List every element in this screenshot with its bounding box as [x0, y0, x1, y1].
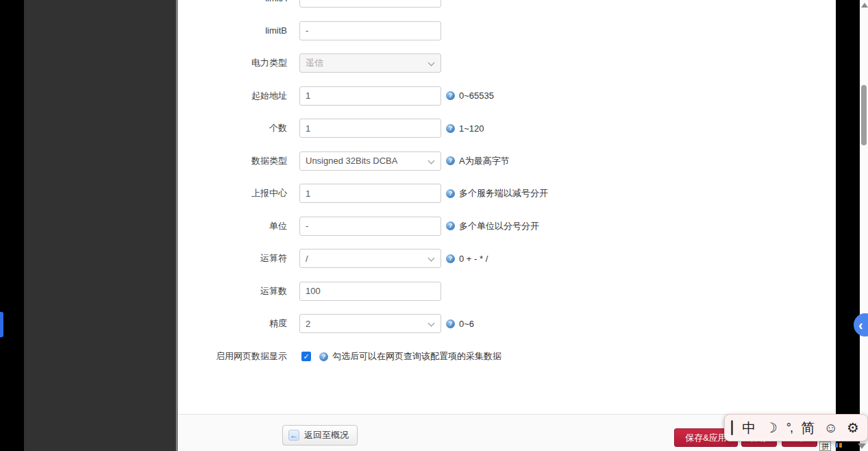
back-to-overview-button[interactable]: ← 返回至概况: [282, 425, 358, 446]
start-address-hint: 0~65535: [459, 90, 494, 101]
power-type-select[interactable]: 遥信: [299, 53, 441, 73]
count-input[interactable]: [299, 119, 441, 138]
field-limit-a: limitA: [177, 0, 836, 8]
scrollbar-thumb[interactable]: [861, 85, 867, 145]
data-type-select[interactable]: Unsigned 32Bits DCBA: [299, 151, 441, 171]
operand-input[interactable]: [299, 282, 441, 301]
help-icon[interactable]: ?: [319, 352, 328, 361]
count-hint: 1~120: [459, 123, 484, 134]
operator-hint: 0 + - * /: [459, 254, 488, 264]
right-black-strip: [836, 0, 860, 451]
half-full-moon-icon[interactable]: ☽: [765, 421, 778, 435]
settings-gear-icon[interactable]: ⚙: [847, 421, 859, 435]
field-precision: 精度 2 ? 0~6: [177, 314, 836, 333]
scrollbar-down-arrow-icon[interactable]: [858, 443, 866, 449]
data-type-value: Unsigned 32Bits DCBA: [306, 156, 397, 166]
config-form: limitA limitB 电力类型 遥信 起始地址 ? 0~65535 个数 …: [177, 0, 836, 362]
operator-select[interactable]: /: [299, 249, 441, 268]
field-report-center: 上报中心 ? 多个服务端以减号分开: [177, 184, 836, 203]
field-limit-b: limitB: [177, 21, 836, 40]
chevron-left-icon: ‹: [858, 317, 863, 333]
back-arrow-icon: ←: [288, 430, 299, 441]
help-icon[interactable]: ?: [446, 124, 455, 133]
field-operand: 运算数: [177, 282, 836, 301]
operator-label: 运算符: [177, 252, 287, 265]
report-center-input[interactable]: [299, 184, 441, 203]
power-type-label: 电力类型: [177, 57, 287, 69]
unit-hint: 多个单位以分号分开: [459, 220, 539, 232]
data-type-hint: A为最高字节: [459, 155, 510, 167]
field-start-address: 起始地址 ? 0~65535: [177, 86, 836, 106]
simplified-chinese-icon[interactable]: 简: [801, 421, 815, 435]
scrollbar-track[interactable]: [860, 0, 868, 451]
field-enable-web-display: 启用网页数据显示 ✓ ? 勾选后可以在网页查询该配置项的采集数据: [177, 351, 836, 362]
field-unit: 单位 ? 多个单位以分号分开: [177, 217, 836, 236]
start-address-input[interactable]: [299, 86, 441, 106]
chevron-down-icon: [428, 157, 435, 164]
unit-label: 单位: [177, 220, 287, 232]
ime-drag-handle[interactable]: [731, 420, 733, 435]
emoji-icon[interactable]: ☺: [823, 421, 837, 435]
enable-web-display-hint: 勾选后可以在网页查询该配置项的采集数据: [332, 350, 501, 363]
checkmark-icon: ✓: [303, 352, 309, 361]
data-type-label: 数据类型: [177, 155, 287, 167]
limit-a-label: limitA: [177, 0, 287, 3]
report-center-hint: 多个服务端以减号分开: [459, 187, 548, 199]
help-icon[interactable]: ?: [446, 254, 455, 263]
chevron-down-icon: [428, 60, 435, 66]
precision-label: 精度: [177, 317, 287, 330]
limit-b-input[interactable]: [299, 21, 441, 40]
precision-select[interactable]: 2: [299, 314, 441, 333]
left-panel-handle[interactable]: [0, 312, 3, 337]
field-operator: 运算符 / ? 0 + - * /: [177, 249, 836, 268]
sidebar-nav: [24, 0, 177, 451]
scrollbar-up-arrow-icon[interactable]: [861, 3, 868, 8]
help-icon[interactable]: ?: [446, 319, 455, 328]
enable-web-display-label: 启用网页数据显示: [177, 350, 287, 363]
operand-label: 运算数: [177, 285, 287, 297]
unit-input[interactable]: [299, 217, 441, 236]
field-data-type: 数据类型 Unsigned 32Bits DCBA ? A为最高字节: [177, 151, 836, 171]
chevron-down-icon: [428, 320, 435, 327]
ime-toolbar[interactable]: 中 ☽ °, 简 ☺ ⚙: [724, 414, 868, 441]
chinese-mode-icon[interactable]: 中: [742, 421, 756, 435]
help-icon[interactable]: ?: [446, 91, 455, 100]
ime-pinyin-badge[interactable]: 拼: [819, 441, 831, 451]
help-icon[interactable]: ?: [446, 189, 455, 198]
count-label: 个数: [177, 122, 287, 134]
enable-web-display-checkbox[interactable]: ✓: [301, 352, 311, 361]
back-to-overview-label: 返回至概况: [304, 429, 349, 441]
ime-status-icon[interactable]: [834, 443, 843, 450]
power-type-value: 遥信: [306, 57, 323, 69]
help-icon[interactable]: ?: [446, 156, 455, 165]
limit-a-input[interactable]: [299, 0, 441, 8]
punctuation-mode-icon[interactable]: °,: [786, 422, 792, 434]
limit-b-label: limitB: [177, 25, 287, 36]
help-icon[interactable]: ?: [446, 221, 455, 230]
precision-hint: 0~6: [459, 319, 474, 329]
start-address-label: 起始地址: [177, 90, 287, 102]
field-count: 个数 ? 1~120: [177, 119, 836, 138]
chevron-down-icon: [428, 255, 435, 262]
config-form-panel: limitA limitB 电力类型 遥信 起始地址 ? 0~65535 个数 …: [177, 0, 836, 451]
precision-value: 2: [306, 319, 310, 329]
operator-value: /: [306, 254, 308, 264]
field-power-type: 电力类型 遥信: [177, 53, 836, 73]
report-center-label: 上报中心: [177, 187, 287, 199]
